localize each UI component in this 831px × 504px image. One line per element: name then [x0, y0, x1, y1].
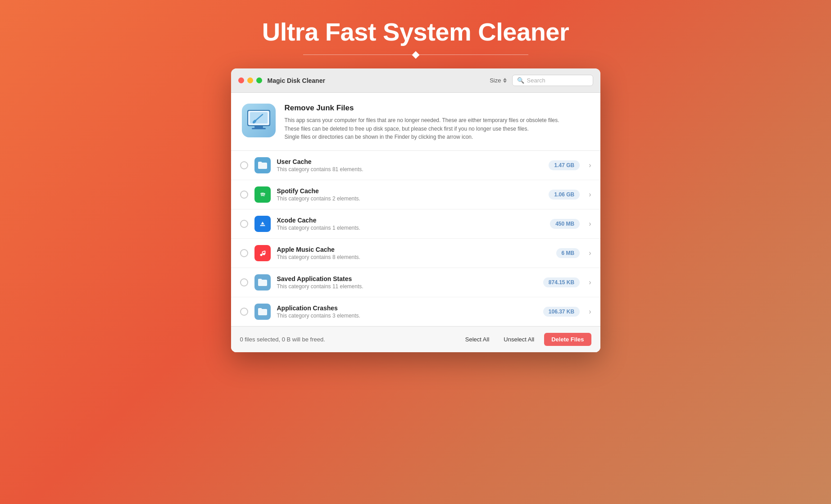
search-icon: 🔍	[517, 77, 524, 84]
footer-actions: Select All Unselect All Delete Files	[461, 333, 591, 346]
item-desc: This category contains 3 elements.	[277, 313, 537, 319]
close-button[interactable]	[238, 77, 244, 83]
select-radio[interactable]	[240, 249, 248, 257]
item-info: Apple Music Cache This category contains…	[277, 246, 550, 260]
footer: 0 files selected, 0 B will be freed. Sel…	[231, 326, 600, 352]
search-box[interactable]: 🔍 Search	[512, 75, 593, 86]
item-icon-folder	[254, 157, 271, 173]
select-radio[interactable]	[240, 220, 248, 228]
titlebar: Magic Disk Cleaner Size 🔍 Search	[231, 68, 600, 93]
svg-rect-4	[254, 126, 263, 128]
item-name: Application Crashes	[277, 304, 537, 312]
toolbar-right: Size 🔍 Search	[490, 75, 593, 86]
item-desc: This category contains 81 elements.	[277, 166, 543, 173]
item-size-badge: 874.15 KB	[543, 277, 580, 287]
item-info: Xcode Cache This category contains 1 ele…	[277, 217, 544, 231]
footer-status: 0 files selected, 0 B will be freed.	[240, 336, 461, 343]
item-icon-xcode	[254, 216, 271, 232]
item-icon-music	[254, 245, 271, 261]
list-item: Application Crashes This category contai…	[231, 297, 600, 326]
item-icon-spotify	[254, 186, 271, 203]
items-list: User Cache This category contains 81 ele…	[231, 151, 600, 326]
item-size-badge: 1.47 GB	[549, 160, 580, 170]
chevron-right-icon[interactable]: ›	[589, 278, 591, 286]
select-radio[interactable]	[240, 161, 248, 169]
select-radio[interactable]	[240, 308, 248, 316]
select-all-button[interactable]: Select All	[461, 333, 494, 345]
list-item: Saved Application States This category c…	[231, 268, 600, 297]
maximize-button[interactable]	[256, 77, 262, 83]
chevron-right-icon[interactable]: ›	[589, 161, 591, 169]
divider-diamond	[412, 51, 419, 59]
item-desc: This category contains 2 elements.	[277, 195, 543, 202]
list-item: User Cache This category contains 81 ele…	[231, 151, 600, 180]
delete-files-button[interactable]: Delete Files	[544, 333, 591, 346]
page-title: Ultra Fast System Cleaner	[262, 17, 569, 46]
app-icon	[242, 104, 276, 137]
size-arrows	[503, 78, 507, 83]
description: This app scans your computer for files t…	[285, 116, 559, 141]
traffic-lights	[238, 77, 262, 83]
item-size-badge: 1.06 GB	[549, 190, 580, 200]
sort-down-icon	[503, 81, 507, 83]
item-info: Saved Application States This category c…	[277, 275, 537, 290]
sort-up-icon	[503, 78, 507, 80]
item-desc: This category contains 11 elements.	[277, 283, 537, 290]
item-icon-states	[254, 274, 271, 291]
select-radio[interactable]	[240, 191, 248, 199]
chevron-right-icon[interactable]: ›	[589, 308, 591, 316]
svg-rect-5	[252, 128, 266, 129]
size-label: Size	[490, 77, 501, 84]
select-radio[interactable]	[240, 278, 248, 286]
item-size-badge: 450 MB	[550, 219, 580, 229]
item-size-badge: 106.37 KB	[543, 307, 580, 317]
size-control[interactable]: Size	[490, 77, 506, 84]
item-name: User Cache	[277, 158, 543, 165]
item-info: Spotify Cache This category contains 2 e…	[277, 187, 543, 202]
divider	[303, 54, 528, 55]
section-title: Remove Junk Files	[285, 104, 559, 113]
list-item: Spotify Cache This category contains 2 e…	[231, 180, 600, 209]
app-title: Magic Disk Cleaner	[268, 77, 485, 84]
minimize-button[interactable]	[247, 77, 253, 83]
header-text: Remove Junk Files This app scans your co…	[285, 104, 559, 141]
item-size-badge: 6 MB	[556, 248, 580, 258]
item-info: Application Crashes This category contai…	[277, 304, 537, 319]
item-name: Xcode Cache	[277, 217, 544, 224]
item-name: Apple Music Cache	[277, 246, 550, 253]
item-desc: This category contains 8 elements.	[277, 254, 550, 260]
list-item: Xcode Cache This category contains 1 ele…	[231, 209, 600, 239]
item-info: User Cache This category contains 81 ele…	[277, 158, 543, 173]
header-section: Remove Junk Files This app scans your co…	[231, 93, 600, 151]
item-name: Spotify Cache	[277, 187, 543, 195]
item-name: Saved Application States	[277, 275, 537, 282]
app-window: Magic Disk Cleaner Size 🔍 Search	[231, 68, 600, 352]
chevron-right-icon[interactable]: ›	[589, 191, 591, 199]
unselect-all-button[interactable]: Unselect All	[499, 333, 539, 345]
list-item: Apple Music Cache This category contains…	[231, 239, 600, 268]
chevron-right-icon[interactable]: ›	[589, 249, 591, 257]
app-body: Remove Junk Files This app scans your co…	[231, 93, 600, 352]
search-input[interactable]: Search	[527, 77, 545, 84]
item-icon-crashes	[254, 304, 271, 320]
chevron-right-icon[interactable]: ›	[589, 220, 591, 228]
item-desc: This category contains 1 elements.	[277, 225, 544, 231]
